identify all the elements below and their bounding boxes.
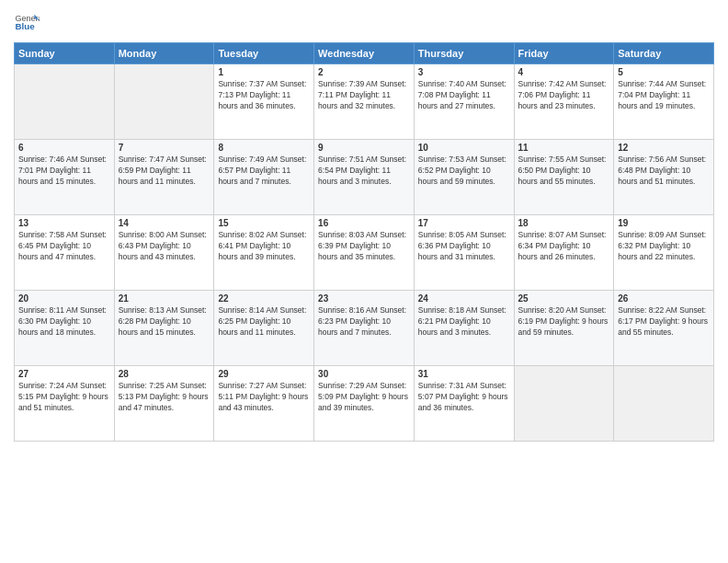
calendar-cell: 13Sunrise: 7:58 AM Sunset: 6:45 PM Dayli… [15,215,115,291]
cell-info: Sunrise: 7:58 AM Sunset: 6:45 PM Dayligh… [18,230,110,263]
calendar-cell: 6Sunrise: 7:46 AM Sunset: 7:01 PM Daylig… [15,140,115,215]
day-header-sunday: Sunday [15,43,115,64]
calendar-cell: 12Sunrise: 7:56 AM Sunset: 6:48 PM Dayli… [614,140,714,215]
calendar-cell: 22Sunrise: 8:14 AM Sunset: 6:25 PM Dayli… [214,291,314,366]
calendar-cell [614,366,714,442]
cell-info: Sunrise: 7:24 AM Sunset: 5:15 PM Dayligh… [18,381,110,414]
day-number: 30 [318,369,410,379]
day-header-friday: Friday [514,43,614,64]
calendar-cell: 9Sunrise: 7:51 AM Sunset: 6:54 PM Daylig… [314,140,415,215]
calendar-cell: 23Sunrise: 8:16 AM Sunset: 6:23 PM Dayli… [314,291,415,366]
cell-info: Sunrise: 8:20 AM Sunset: 6:19 PM Dayligh… [518,305,610,339]
day-number: 17 [418,218,510,228]
day-number: 23 [318,293,410,304]
day-number: 9 [318,143,410,153]
day-header-saturday: Saturday [614,43,714,64]
cell-info: Sunrise: 8:00 AM Sunset: 6:43 PM Dayligh… [119,230,210,263]
day-number: 14 [119,218,210,228]
calendar-cell: 10Sunrise: 7:53 AM Sunset: 6:52 PM Dayli… [414,140,514,215]
calendar-week-3: 13Sunrise: 7:58 AM Sunset: 6:45 PM Dayli… [15,215,714,291]
day-header-wednesday: Wednesday [314,43,415,64]
calendar-cell: 28Sunrise: 7:25 AM Sunset: 5:13 PM Dayli… [114,366,214,442]
cell-info: Sunrise: 7:44 AM Sunset: 7:04 PM Dayligh… [618,79,710,112]
calendar-cell: 20Sunrise: 8:11 AM Sunset: 6:30 PM Dayli… [15,291,115,366]
calendar-cell: 11Sunrise: 7:55 AM Sunset: 6:50 PM Dayli… [514,140,614,215]
cell-info: Sunrise: 8:05 AM Sunset: 6:36 PM Dayligh… [418,230,510,263]
day-number: 6 [18,143,110,153]
cell-info: Sunrise: 7:40 AM Sunset: 7:08 PM Dayligh… [418,79,510,112]
day-number: 22 [218,293,310,304]
day-number: 16 [318,218,410,228]
day-number: 31 [418,369,510,379]
cell-info: Sunrise: 7:37 AM Sunset: 7:13 PM Dayligh… [218,79,310,112]
day-header-monday: Monday [114,43,214,64]
day-number: 18 [518,218,610,228]
calendar-cell: 1Sunrise: 7:37 AM Sunset: 7:13 PM Daylig… [214,64,314,140]
calendar-cell: 25Sunrise: 8:20 AM Sunset: 6:19 PM Dayli… [514,291,614,366]
calendar: SundayMondayTuesdayWednesdayThursdayFrid… [14,42,714,442]
cell-info: Sunrise: 7:25 AM Sunset: 5:13 PM Dayligh… [119,381,210,414]
calendar-cell: 30Sunrise: 7:29 AM Sunset: 5:09 PM Dayli… [314,366,415,442]
day-number: 8 [218,143,310,153]
day-number: 24 [418,293,510,304]
calendar-cell: 26Sunrise: 8:22 AM Sunset: 6:17 PM Dayli… [614,291,714,366]
day-number: 11 [518,143,610,153]
day-number: 20 [18,293,110,304]
day-number: 29 [218,369,310,379]
day-number: 7 [119,143,210,153]
calendar-cell: 8Sunrise: 7:49 AM Sunset: 6:57 PM Daylig… [214,140,314,215]
calendar-cell: 16Sunrise: 8:03 AM Sunset: 6:39 PM Dayli… [314,215,415,291]
cell-info: Sunrise: 8:16 AM Sunset: 6:23 PM Dayligh… [318,305,410,339]
day-number: 21 [119,293,210,304]
calendar-cell: 7Sunrise: 7:47 AM Sunset: 6:59 PM Daylig… [114,140,214,215]
cell-info: Sunrise: 7:49 AM Sunset: 6:57 PM Dayligh… [218,155,310,188]
cell-info: Sunrise: 7:56 AM Sunset: 6:48 PM Dayligh… [618,155,710,188]
cell-info: Sunrise: 8:13 AM Sunset: 6:28 PM Dayligh… [119,305,210,339]
calendar-week-5: 27Sunrise: 7:24 AM Sunset: 5:15 PM Dayli… [15,366,714,442]
calendar-week-2: 6Sunrise: 7:46 AM Sunset: 7:01 PM Daylig… [15,140,714,215]
cell-info: Sunrise: 7:53 AM Sunset: 6:52 PM Dayligh… [418,155,510,188]
calendar-cell: 5Sunrise: 7:44 AM Sunset: 7:04 PM Daylig… [614,64,714,140]
day-number: 15 [218,218,310,228]
day-number: 13 [18,218,110,228]
day-number: 4 [518,67,610,77]
day-number: 26 [618,293,710,304]
cell-info: Sunrise: 7:27 AM Sunset: 5:11 PM Dayligh… [218,381,310,414]
calendar-cell: 24Sunrise: 8:18 AM Sunset: 6:21 PM Dayli… [414,291,514,366]
calendar-cell [114,64,214,140]
calendar-cell: 19Sunrise: 8:09 AM Sunset: 6:32 PM Dayli… [614,215,714,291]
day-number: 3 [418,67,510,77]
calendar-cell: 31Sunrise: 7:31 AM Sunset: 5:07 PM Dayli… [414,366,514,442]
calendar-cell: 2Sunrise: 7:39 AM Sunset: 7:11 PM Daylig… [314,64,415,140]
cell-info: Sunrise: 7:29 AM Sunset: 5:09 PM Dayligh… [318,381,410,414]
cell-info: Sunrise: 8:11 AM Sunset: 6:30 PM Dayligh… [18,305,110,339]
day-number: 27 [18,369,110,379]
calendar-cell: 15Sunrise: 8:02 AM Sunset: 6:41 PM Dayli… [214,215,314,291]
calendar-cell: 14Sunrise: 8:00 AM Sunset: 6:43 PM Dayli… [114,215,214,291]
logo: General Blue [14,9,40,35]
calendar-header-row: SundayMondayTuesdayWednesdayThursdayFrid… [15,43,714,64]
calendar-cell: 4Sunrise: 7:42 AM Sunset: 7:06 PM Daylig… [514,64,614,140]
calendar-week-1: 1Sunrise: 7:37 AM Sunset: 7:13 PM Daylig… [15,64,714,140]
page: General Blue SundayMondayTuesdayWednesda… [0,0,728,563]
cell-info: Sunrise: 8:18 AM Sunset: 6:21 PM Dayligh… [418,305,510,339]
cell-info: Sunrise: 8:07 AM Sunset: 6:34 PM Dayligh… [518,230,610,263]
calendar-cell: 18Sunrise: 8:07 AM Sunset: 6:34 PM Dayli… [514,215,614,291]
calendar-cell [15,64,115,140]
cell-info: Sunrise: 8:02 AM Sunset: 6:41 PM Dayligh… [218,230,310,263]
cell-info: Sunrise: 8:03 AM Sunset: 6:39 PM Dayligh… [318,230,410,263]
day-number: 19 [618,218,710,228]
day-header-thursday: Thursday [414,43,514,64]
cell-info: Sunrise: 8:09 AM Sunset: 6:32 PM Dayligh… [618,230,710,263]
day-number: 1 [218,67,310,77]
day-header-tuesday: Tuesday [214,43,314,64]
day-number: 12 [618,143,710,153]
cell-info: Sunrise: 8:22 AM Sunset: 6:17 PM Dayligh… [618,305,710,339]
cell-info: Sunrise: 7:31 AM Sunset: 5:07 PM Dayligh… [418,381,510,414]
day-number: 28 [119,369,210,379]
calendar-cell: 21Sunrise: 8:13 AM Sunset: 6:28 PM Dayli… [114,291,214,366]
cell-info: Sunrise: 8:14 AM Sunset: 6:25 PM Dayligh… [218,305,310,339]
cell-info: Sunrise: 7:51 AM Sunset: 6:54 PM Dayligh… [318,155,410,188]
calendar-cell: 3Sunrise: 7:40 AM Sunset: 7:08 PM Daylig… [414,64,514,140]
cell-info: Sunrise: 7:42 AM Sunset: 7:06 PM Dayligh… [518,79,610,112]
